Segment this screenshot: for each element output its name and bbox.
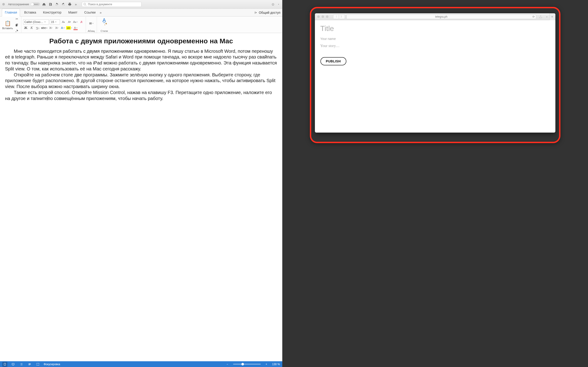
change-case-button[interactable]: Aa	[73, 19, 78, 25]
justify-icon	[89, 22, 92, 25]
titlebar-arrow-icon[interactable]	[277, 2, 280, 7]
view-draft-button[interactable]	[27, 362, 32, 367]
word-status-bar: Фокусировка − + 130 %	[0, 361, 282, 367]
view-outline-button[interactable]	[19, 362, 24, 367]
tab-home[interactable]: Главная	[2, 9, 20, 17]
paragraph-menu-button[interactable]	[89, 21, 94, 26]
zoom-out-button[interactable]: −	[225, 362, 230, 367]
text-effects-button[interactable]: A	[60, 25, 65, 31]
zoom-in-button[interactable]: +	[264, 362, 269, 367]
group-font: Calibri (Осно… 15 A▴ A▾ Aa A̷ Ж К Ч abc …	[21, 17, 86, 33]
superscript-button[interactable]: X2	[54, 25, 59, 31]
telegraph-editor[interactable]: Title Your name Your story… PUBLISH	[315, 20, 556, 133]
bold-button[interactable]: Ж	[23, 25, 28, 31]
autosave-toggle[interactable]: выкл.	[31, 2, 40, 6]
name-placeholder[interactable]: Your name	[320, 37, 550, 41]
safari-window: 〈 〉 telegra.ph ⟳ » ＋ Title Your name	[315, 13, 556, 133]
nav-forward-button[interactable]: 〉	[339, 15, 345, 19]
traffic-min[interactable]	[321, 15, 324, 18]
traffic-close[interactable]	[317, 15, 320, 18]
safari-split-area: 〈 〉 telegra.ph ⟳ » ＋ Title Your name	[282, 0, 588, 367]
word-titlebar: Автосохранение выкл. » ☺︎	[0, 0, 282, 9]
title-placeholder[interactable]: Title	[320, 24, 550, 33]
tab-layout[interactable]: Макет	[65, 9, 80, 16]
ribbon-body: 📋 Вставить ✂︎ Calibri (Осно… 15	[0, 17, 282, 33]
zoom-level[interactable]: 130 %	[272, 363, 280, 366]
reload-icon[interactable]: ⟳	[532, 15, 535, 18]
share-icon[interactable]	[538, 15, 544, 19]
publish-button[interactable]: PUBLISH	[320, 57, 346, 65]
increase-font-button[interactable]: A▴	[61, 19, 66, 25]
focus-label[interactable]: Фокусировка	[44, 363, 60, 366]
annotation-highlight-box: 〈 〉 telegra.ph ⟳ » ＋ Title Your name	[310, 7, 561, 143]
autosave-label: Автосохранение	[8, 3, 29, 6]
word-app-window: Автосохранение выкл. » ☺︎ Главная Вставк…	[0, 0, 282, 367]
traffic-light[interactable]	[2, 3, 5, 6]
focus-mode-button[interactable]	[35, 362, 40, 367]
share-button[interactable]: Общий доступ	[254, 11, 280, 16]
body-placeholder[interactable]: Your story…	[320, 44, 550, 48]
cut-button[interactable]: ✂︎	[14, 17, 19, 22]
share-arrow-icon	[254, 11, 258, 14]
view-print-layout-button[interactable]	[2, 362, 7, 367]
zoom-slider[interactable]	[233, 364, 261, 365]
doc-paragraph: Мне часто приходится работать с двумя пр…	[5, 48, 277, 72]
nav-back-forward: 〈 〉	[333, 15, 345, 19]
feedback-smiley-icon[interactable]: ☺︎	[271, 2, 275, 6]
copy-button[interactable]	[14, 23, 19, 27]
home-icon[interactable]	[42, 2, 46, 7]
font-family-select[interactable]: Calibri (Осно…	[23, 19, 49, 25]
doc-paragraph: Откройте на рабочем столе две программы.…	[5, 72, 277, 90]
document-viewport[interactable]: Работа с двумя приложениями одновременно…	[0, 33, 282, 361]
group-paragraph: Абзац	[86, 17, 97, 33]
doc-heading: Работа с двумя приложениями одновременно…	[5, 37, 277, 45]
highlight-color-button[interactable]: ab	[66, 25, 72, 31]
redo-icon[interactable]	[61, 2, 66, 7]
clear-formatting-button[interactable]: A̷	[79, 19, 84, 25]
view-web-layout-button[interactable]	[10, 362, 16, 367]
brush-overlay-icon	[104, 23, 107, 26]
search-input[interactable]	[88, 3, 140, 6]
new-tab-button[interactable]: ＋	[549, 13, 554, 20]
undo-icon[interactable]	[55, 2, 59, 7]
font-size-select[interactable]: 15	[50, 19, 60, 25]
tab-references[interactable]: Ссылки	[82, 9, 98, 16]
group-clipboard: 📋 Вставить ✂︎	[0, 17, 21, 33]
tabs-overflow-icon[interactable]: »	[100, 10, 101, 16]
paste-button[interactable]: 📋 Вставить	[2, 20, 13, 30]
group-styles: A̱ Стили	[97, 17, 112, 33]
titlebar-overflow-icon[interactable]: »	[74, 2, 77, 6]
styles-pane-button[interactable]: A̱	[99, 17, 110, 27]
copy-icon	[15, 23, 18, 27]
underline-button[interactable]: Ч	[35, 25, 40, 31]
search-icon	[83, 3, 86, 6]
italic-button[interactable]: К	[29, 25, 34, 31]
strikethrough-button[interactable]: abc	[41, 25, 47, 31]
tab-insert[interactable]: Вставка	[21, 9, 39, 16]
clipboard-icon: 📋	[5, 20, 11, 26]
toolbar-overflow-icon[interactable]: »	[545, 15, 548, 18]
traffic-max[interactable]	[326, 15, 329, 18]
format-painter-button[interactable]	[14, 28, 19, 33]
scissors-icon: ✂︎	[16, 17, 18, 21]
eraser-icon: A̷	[80, 20, 82, 24]
font-color-button[interactable]: A	[73, 25, 78, 31]
paintbrush-icon	[15, 29, 18, 33]
safari-toolbar: 〈 〉 telegra.ph ⟳ » ＋	[315, 13, 556, 20]
subscript-button[interactable]: X2	[48, 25, 53, 31]
document-body[interactable]: Работа с двумя приложениями одновременно…	[0, 33, 282, 111]
save-icon[interactable]	[48, 2, 53, 7]
doc-paragraph: Также есть второй способ. Откройте Missi…	[5, 90, 277, 102]
zoom-slider-thumb[interactable]	[242, 363, 244, 365]
tab-design[interactable]: Конструктор	[40, 9, 64, 16]
address-bar[interactable]: telegra.ph ⟳	[346, 15, 536, 19]
nav-back-button[interactable]: 〈	[333, 15, 339, 19]
ribbon-tab-row: Главная Вставка Конструктор Макет Ссылки…	[0, 9, 282, 17]
print-icon[interactable]	[68, 2, 72, 7]
document-search[interactable]	[82, 2, 141, 7]
decrease-font-button[interactable]: A▾	[67, 19, 72, 25]
